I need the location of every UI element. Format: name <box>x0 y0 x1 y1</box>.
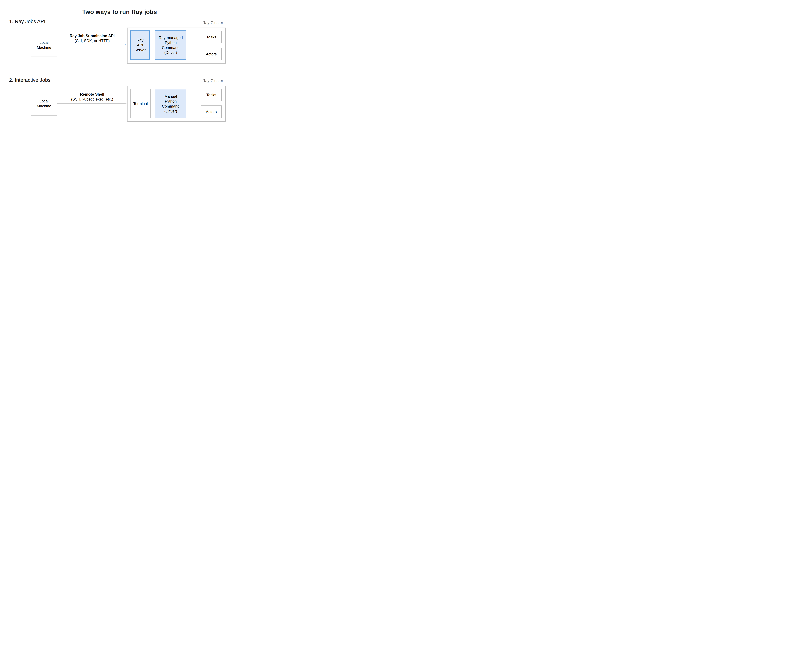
ray-managed-driver-box: Ray-managed Python Command (Driver) <box>155 30 186 59</box>
actors-box-1: Actors <box>201 48 221 60</box>
terminal-box: Terminal <box>130 89 151 118</box>
diagram-canvas: Two ways to run Ray jobs 1. Ray Jobs API… <box>0 0 239 134</box>
submission-arrow-subtitle: (CLI, SDK, or HTTP) <box>59 38 126 43</box>
actors-box-2: Actors <box>201 106 221 118</box>
local-machine-box-1: Local Machine <box>31 33 57 57</box>
tasks-box-1: Tasks <box>201 31 221 43</box>
tasks-box-2: Tasks <box>201 89 221 101</box>
remote-shell-arrow-label: Remote Shell (SSH, kubectl exec, etc.) <box>59 92 126 102</box>
section1-heading: 1. Ray Jobs API <box>9 19 45 24</box>
local-machine-box-2: Local Machine <box>31 91 57 115</box>
remote-shell-arrow-title: Remote Shell <box>59 92 126 97</box>
section2-heading: 2. Interactive Jobs <box>9 77 51 83</box>
section1-cluster-label: Ray Cluster <box>182 21 223 25</box>
remote-shell-arrow-subtitle: (SSH, kubectl exec, etc.) <box>59 97 126 102</box>
submission-arrow-title: Ray Job Submission API <box>59 33 126 38</box>
manual-python-driver-box: Manual Python Command (Driver) <box>155 89 186 118</box>
section2-cluster-label: Ray Cluster <box>182 78 223 83</box>
page-title: Two ways to run Ray jobs <box>0 9 239 16</box>
ray-api-server-box: Ray API Server <box>130 30 150 59</box>
submission-arrow-label: Ray Job Submission API (CLI, SDK, or HTT… <box>59 33 126 43</box>
